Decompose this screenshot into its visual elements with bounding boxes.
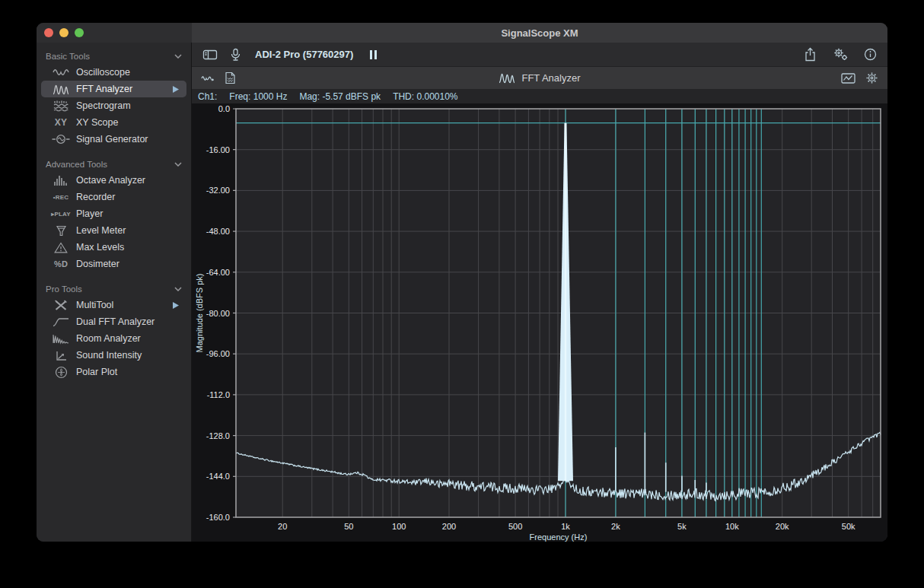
sidebar: Basic ToolsOscilloscopeFFT AnalyzerSpect… <box>37 43 192 542</box>
signal-source-button[interactable] <box>201 72 215 84</box>
octave-analyzer-icon <box>50 175 72 186</box>
spectrogram-icon <box>50 100 72 112</box>
sidebar-item-dosimeter[interactable]: %DDosimeter <box>41 256 186 272</box>
chevron-down-icon <box>174 287 182 291</box>
svg-text:50k: 50k <box>842 522 855 531</box>
sidebar-item-level-meter[interactable]: Level Meter <box>41 222 186 239</box>
sidebar-item-label: Dosimeter <box>76 259 179 269</box>
main-toolbar: ADI-2 Pro (57760297) <box>192 43 887 67</box>
level-meter-icon <box>50 225 72 237</box>
window-title: SignalScope XM <box>501 27 578 39</box>
sidebar-toggle-button[interactable] <box>202 49 218 61</box>
detach-arrow-icon[interactable] <box>173 302 179 309</box>
sidebar-item-label: XY Scope <box>76 117 179 128</box>
sidebar-item-multitool[interactable]: MultiTool <box>41 297 186 313</box>
snapshot-file-icon <box>225 72 236 84</box>
readout-frequency: Freq: 1000 Hz <box>229 91 287 102</box>
pause-button[interactable] <box>370 50 377 59</box>
dual-fft-icon <box>50 317 72 327</box>
chevron-down-icon <box>174 162 182 167</box>
readout-thd: THD: 0.00010% <box>393 91 457 102</box>
sidebar-item-label: Room Analyzer <box>76 333 179 344</box>
sidebar-item-label: Spectrogram <box>76 100 179 111</box>
cursor-readout-bar: Ch1: Freq: 1000 Hz Mag: -5.57 dBFS pk TH… <box>192 90 887 103</box>
section-header-advanced-tools[interactable]: Advanced Tools <box>37 157 191 172</box>
minimize-window-button[interactable] <box>59 28 69 37</box>
recorder-icon: •REC <box>50 194 72 201</box>
sidebar-item-recorder[interactable]: •RECRecorder <box>41 189 186 205</box>
input-source-button[interactable] <box>230 48 241 62</box>
close-window-button[interactable] <box>44 28 53 37</box>
svg-text:20k: 20k <box>776 522 789 531</box>
section-label: Pro Tools <box>46 284 174 294</box>
gear-icon <box>865 72 878 84</box>
signal-generator-icon <box>50 134 72 145</box>
sidebar-item-signal-generator[interactable]: Signal Generator <box>41 131 186 148</box>
sidebar-item-label: Polar Plot <box>76 367 179 377</box>
y-axis-title: Magnitude (dBFS pk) <box>195 274 204 353</box>
display-options-button[interactable] <box>841 72 856 84</box>
readout-channel: Ch1: <box>198 91 217 102</box>
sidebar-item-label: Sound Intensity <box>76 350 179 361</box>
sidebar-item-octave-analyzer[interactable]: Octave Analyzer <box>41 172 186 189</box>
sidebar-item-label: Max Levels <box>76 242 179 253</box>
sidebar-item-label: Dual FFT Analyzer <box>76 316 179 327</box>
sidebar-item-fft-analyzer[interactable]: FFT Analyzer <box>41 81 186 97</box>
app-window: SignalScope XM Basic ToolsOscilloscopeFF… <box>37 23 887 542</box>
fft-analyzer-icon <box>50 84 72 95</box>
analyzer-settings-button[interactable] <box>865 72 878 84</box>
plot-region: 0.0-16.00-32.00-48.00-64.00-80.00-96.00-… <box>192 103 887 542</box>
sidebar-item-xy-scope[interactable]: XYXY Scope <box>41 114 186 131</box>
sidebar-item-label: MultiTool <box>76 300 173 310</box>
room-analyzer-icon <box>50 333 72 345</box>
svg-text:100: 100 <box>392 522 406 531</box>
fft-analyzer-icon <box>499 72 515 84</box>
sidebar-item-label: Oscilloscope <box>76 67 179 78</box>
titlebar-main[interactable]: SignalScope XM <box>192 23 887 43</box>
svg-text:0.0: 0.0 <box>218 104 230 113</box>
sidebar-item-label: Player <box>76 208 179 219</box>
info-icon <box>864 48 877 61</box>
device-label[interactable]: ADI-2 Pro (57760297) <box>255 49 353 60</box>
fft-plot[interactable]: 0.0-16.00-32.00-48.00-64.00-80.00-96.00-… <box>192 103 887 542</box>
tool-settings-button[interactable] <box>832 47 849 62</box>
sidebar-item-polar-plot[interactable]: Polar Plot <box>41 364 186 380</box>
snapshot-button[interactable] <box>225 72 236 84</box>
traffic-lights <box>37 23 192 43</box>
zoom-window-button[interactable] <box>75 28 84 37</box>
sidebar-item-dual-fft-analyzer[interactable]: Dual FFT Analyzer <box>41 313 186 330</box>
svg-text:10k: 10k <box>725 522 739 531</box>
sidebar-item-sound-intensity[interactable]: Sound Intensity <box>41 347 186 364</box>
sidebar-item-oscilloscope[interactable]: Oscilloscope <box>41 64 186 81</box>
sidebar-item-room-analyzer[interactable]: Room Analyzer <box>41 330 186 347</box>
sidebar-toggle-icon <box>202 49 218 61</box>
sidebar-item-max-levels[interactable]: Max Levels <box>41 239 186 256</box>
x-axis-title: Frequency (Hz) <box>530 532 588 542</box>
section-header-basic-tools[interactable]: Basic Tools <box>37 49 191 64</box>
svg-text:-112.0: -112.0 <box>207 390 230 399</box>
svg-text:5k: 5k <box>677 522 687 531</box>
svg-text:-48.00: -48.00 <box>206 227 230 236</box>
polar-plot-icon <box>50 366 72 379</box>
sidebar-item-label: Octave Analyzer <box>76 175 179 186</box>
titlebar: SignalScope XM <box>37 23 887 43</box>
svg-text:-96.00: -96.00 <box>206 349 230 358</box>
microphone-icon <box>230 48 241 62</box>
player-icon: ▸PLAY <box>50 211 72 218</box>
signal-out-icon <box>201 72 215 84</box>
detach-arrow-icon[interactable] <box>173 86 179 93</box>
tool-title: FFT Analyzer <box>521 72 580 84</box>
sidebar-item-label: Level Meter <box>76 225 179 236</box>
svg-text:1k: 1k <box>561 522 570 531</box>
section-label: Basic Tools <box>46 52 174 61</box>
share-button[interactable] <box>804 47 817 62</box>
svg-text:-128.0: -128.0 <box>206 431 230 440</box>
sound-intensity-icon <box>50 350 72 361</box>
sidebar-item-spectrogram[interactable]: Spectrogram <box>41 97 186 114</box>
svg-text:200: 200 <box>442 522 456 531</box>
section-header-pro-tools[interactable]: Pro Tools <box>37 281 191 297</box>
info-button[interactable] <box>864 48 877 61</box>
chart-box-icon <box>841 72 856 84</box>
chevron-down-icon <box>174 54 182 59</box>
sidebar-item-player[interactable]: ▸PLAYPlayer <box>41 205 186 222</box>
